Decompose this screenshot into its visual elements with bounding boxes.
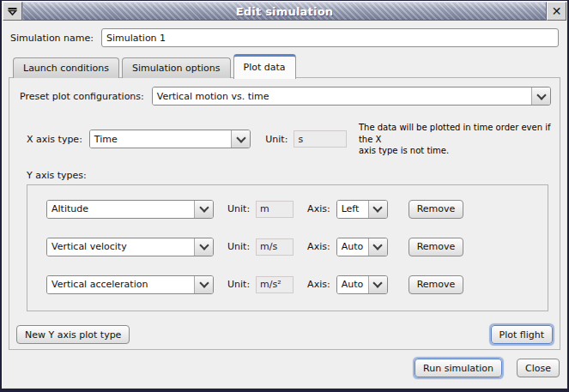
chevron-down-icon <box>372 240 382 250</box>
y-axis-row: Vertical acceleration Unit: m/s² Axis: A… <box>46 275 548 294</box>
x-axis-type-label: X axis type: <box>27 134 82 145</box>
window-title: Edit simulation <box>236 5 333 18</box>
plot-flight-button[interactable]: Plot flight <box>491 325 553 344</box>
remove-y-axis-button[interactable]: Remove <box>409 238 464 256</box>
window-menu-icon <box>7 7 18 16</box>
chevron-down-icon <box>199 240 209 250</box>
y-axis-type-combo[interactable]: Altitude <box>46 200 214 219</box>
chevron-down-icon <box>536 90 546 100</box>
simulation-name-label: Simulation name: <box>10 33 94 44</box>
x-axis-note-line2: axis type is not time. <box>359 145 553 157</box>
preset-config-combo[interactable]: Vertical motion vs. time <box>152 87 551 106</box>
y-axis-types-group: Altitude Unit: m Axis: Left Remov <box>27 184 548 311</box>
panel-bottom-row: New Y axis plot type Plot flight <box>16 325 553 345</box>
y-axis-types-label: Y axis types: <box>27 170 553 181</box>
chevron-down-icon <box>199 278 209 287</box>
dialog-footer: Run simulation Close <box>9 359 560 377</box>
y-axis-side-value: Auto <box>337 238 368 256</box>
x-axis-type-value: Time <box>90 130 231 148</box>
preset-config-label: Preset plot configurations: <box>20 91 144 102</box>
titlebar-drag-area[interactable]: Edit simulation <box>22 2 547 21</box>
close-button[interactable]: Close <box>517 359 560 377</box>
run-simulation-button[interactable]: Run simulation <box>415 359 502 377</box>
tab-bar: Launch conditions Simulation options Plo… <box>13 54 560 78</box>
y-axis-side-value: Left <box>337 201 368 218</box>
chevron-down-icon <box>236 133 245 142</box>
preset-config-combo-arrow[interactable] <box>531 87 550 105</box>
y-axis-unit-label: Unit: <box>227 279 250 290</box>
y-axis-unit-label: Unit: <box>227 241 250 252</box>
y-axis-row: Altitude Unit: m Axis: Left Remov <box>46 200 548 219</box>
y-axis-side-combo-arrow[interactable] <box>368 201 387 218</box>
plot-data-panel: Preset plot configurations: Vertical mot… <box>9 77 560 350</box>
y-axis-side-label: Axis: <box>307 241 330 252</box>
x-axis-note-line1: The data will be plotted in time order e… <box>359 122 553 145</box>
y-axis-unit-label: Unit: <box>227 203 250 214</box>
remove-y-axis-button[interactable]: Remove <box>409 275 464 294</box>
y-axis-type-combo[interactable]: Vertical velocity <box>46 238 214 256</box>
window-close-button[interactable]: ✕ <box>547 2 566 21</box>
y-axis-side-combo[interactable]: Left <box>336 200 388 219</box>
edit-simulation-dialog: Edit simulation ✕ Simulation name: Launc… <box>0 0 569 392</box>
x-axis-row: X axis type: Time Unit: s The data will … <box>27 122 553 157</box>
tab-launch-conditions[interactable]: Launch conditions <box>13 57 119 78</box>
y-axis-type-combo-arrow[interactable] <box>194 201 213 218</box>
chevron-down-icon <box>199 202 209 212</box>
y-axis-unit-field: m <box>256 201 294 218</box>
x-axis-note: The data will be plotted in time order e… <box>359 122 553 157</box>
y-axis-side-combo[interactable]: Auto <box>336 238 388 256</box>
simulation-name-row: Simulation name: <box>10 28 559 47</box>
x-axis-type-combo-arrow[interactable] <box>231 130 250 148</box>
remove-y-axis-button[interactable]: Remove <box>409 200 464 219</box>
y-axis-side-value: Auto <box>337 276 368 293</box>
y-axis-type-value: Vertical acceleration <box>47 276 194 293</box>
y-axis-unit-field: m/s² <box>256 276 294 293</box>
y-axis-side-label: Axis: <box>307 279 330 290</box>
dialog-content: Simulation name: Launch conditions Simul… <box>2 21 567 377</box>
y-axis-side-combo-arrow[interactable] <box>368 238 387 256</box>
tab-simulation-options[interactable]: Simulation options <box>122 57 231 78</box>
y-axis-type-value: Vertical velocity <box>47 238 194 256</box>
simulation-name-input[interactable] <box>101 28 559 47</box>
new-y-axis-plot-type-button[interactable]: New Y axis plot type <box>16 325 130 344</box>
chevron-down-icon <box>372 202 382 212</box>
y-axis-type-value: Altitude <box>47 201 194 218</box>
y-axis-row: Vertical velocity Unit: m/s Axis: Auto <box>46 238 548 256</box>
preset-config-row: Preset plot configurations: Vertical mot… <box>20 87 551 106</box>
y-axis-side-combo[interactable]: Auto <box>336 275 388 294</box>
y-axis-side-label: Axis: <box>307 203 330 214</box>
x-axis-unit-label: Unit: <box>265 134 288 145</box>
close-icon: ✕ <box>552 5 562 17</box>
y-axis-unit-field: m/s <box>256 238 294 256</box>
chevron-down-icon <box>372 278 382 287</box>
x-axis-unit-field: s <box>294 130 347 148</box>
tab-plot-data[interactable]: Plot data <box>233 54 296 79</box>
titlebar: Edit simulation ✕ <box>3 2 566 21</box>
preset-config-value: Vertical motion vs. time <box>153 87 531 105</box>
x-axis-type-combo[interactable]: Time <box>89 130 251 148</box>
y-axis-side-combo-arrow[interactable] <box>368 276 387 293</box>
y-axis-type-combo-arrow[interactable] <box>194 238 213 256</box>
y-axis-type-combo[interactable]: Vertical acceleration <box>46 275 214 294</box>
window-menu-button[interactable] <box>3 2 22 21</box>
y-axis-type-combo-arrow[interactable] <box>194 276 213 293</box>
